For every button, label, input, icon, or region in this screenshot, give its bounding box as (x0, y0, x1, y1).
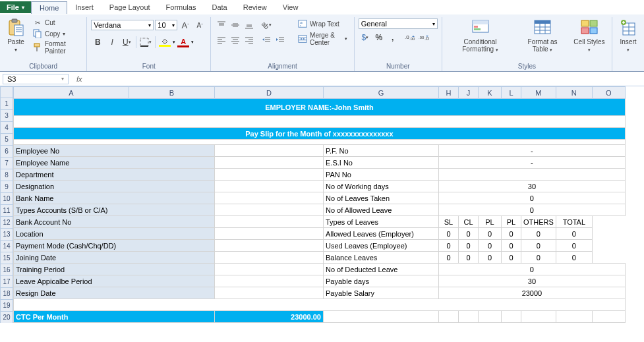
tab-view[interactable]: View (275, 1, 307, 13)
cell[interactable]: PAN No (324, 169, 439, 181)
cell[interactable]: Used Leaves (Employee) (324, 240, 439, 252)
cell[interactable]: No of Leaves Taken (324, 192, 439, 204)
row-header-9[interactable]: 9 (0, 181, 13, 193)
cell[interactable]: 0 (502, 252, 521, 264)
tab-insert[interactable]: Insert (67, 1, 102, 13)
column-headers[interactable]: ABDGHJKLMNO (14, 87, 626, 99)
cell[interactable] (502, 311, 521, 323)
cell[interactable]: 0 (439, 240, 459, 252)
cell[interactable] (324, 311, 439, 323)
wrap-text-button[interactable]: abcWrap Text (295, 18, 350, 29)
cell[interactable]: Joining Date (14, 252, 215, 264)
insert-cells-button[interactable]: Insert▾ (616, 17, 640, 54)
tab-file[interactable]: File▾ (0, 1, 31, 13)
cell[interactable]: 0 (556, 252, 592, 264)
format-painter-button[interactable]: Format Painter (30, 40, 82, 55)
cell[interactable]: Allowed Leaves (Employer) (324, 228, 439, 240)
col-header-H[interactable]: H (439, 87, 459, 99)
row-header-3[interactable]: 3 (0, 110, 13, 122)
cell[interactable]: Payable Salary (324, 287, 439, 299)
tab-home[interactable]: Home (31, 1, 67, 14)
col-header-D[interactable]: D (215, 87, 324, 99)
tab-data[interactable]: Data (204, 1, 235, 13)
cell[interactable]: 0 (479, 252, 502, 264)
cell[interactable] (215, 145, 324, 157)
cell[interactable]: Employee Name (14, 157, 215, 169)
cell[interactable] (521, 311, 556, 323)
row-header-16[interactable]: 16 (0, 264, 13, 276)
cell[interactable]: PL (479, 216, 502, 228)
cell[interactable]: CTC Per Month (14, 311, 215, 323)
row-headers[interactable]: 134567891011121314151617181920 (0, 98, 13, 323)
increase-decimal-button[interactable]: .0.00 (403, 31, 417, 44)
cell-styles-button[interactable]: Cell Styles ▾ (571, 17, 608, 54)
shrink-font-button[interactable]: Aˇ (193, 18, 206, 32)
cell[interactable] (556, 311, 592, 323)
merge-center-button[interactable]: Merge & Center ▾ (295, 31, 350, 47)
col-header-A[interactable]: A (14, 87, 129, 99)
cell[interactable]: 0 (502, 240, 521, 252)
row-header-13[interactable]: 13 (0, 229, 13, 241)
cell[interactable]: 0 (439, 228, 459, 240)
cell[interactable] (215, 228, 324, 240)
row-header-11[interactable]: 11 (0, 205, 13, 217)
cell[interactable] (14, 140, 626, 145)
row-header-12[interactable]: 12 (0, 217, 13, 229)
currency-button[interactable]: $▾ (359, 31, 372, 44)
fx-icon[interactable]: fx (74, 75, 85, 83)
cell[interactable]: 0 (439, 192, 626, 204)
cell[interactable] (215, 216, 324, 228)
cell[interactable]: 23000.00 (215, 311, 324, 323)
cell[interactable]: Payment Mode (Cash/Chq/DD) (14, 240, 215, 252)
cell[interactable] (439, 169, 626, 181)
copy-button[interactable]: Copy ▾ (30, 28, 82, 39)
align-right-button[interactable] (243, 34, 256, 47)
cell[interactable]: Designation (14, 181, 215, 192)
cut-button[interactable]: ✂Cut (30, 17, 82, 28)
cell[interactable]: EMPLOYER NAME:-John Smith (14, 99, 626, 116)
increase-indent-button[interactable] (274, 34, 287, 47)
col-header-B[interactable]: B (129, 87, 215, 99)
tab-review[interactable]: Review (235, 1, 275, 13)
cell[interactable]: No of Deducted Leave (324, 264, 439, 275)
underline-button[interactable]: U▾ (120, 36, 133, 49)
cell[interactable] (439, 311, 459, 323)
number-format-dropdown[interactable]: General▾ (359, 18, 438, 29)
cell[interactable] (459, 311, 479, 323)
cell[interactable] (215, 181, 324, 192)
align-left-button[interactable] (215, 34, 228, 47)
cell[interactable]: CL (459, 216, 479, 228)
row-header-10[interactable]: 10 (0, 193, 13, 205)
col-header-N[interactable]: N (556, 87, 592, 99)
percent-button[interactable]: % (372, 31, 386, 44)
cell[interactable] (215, 204, 324, 216)
cell[interactable]: Balance Leaves (324, 252, 439, 264)
cell[interactable]: E.S.I No (324, 157, 439, 169)
cell[interactable] (215, 169, 324, 181)
cell[interactable]: OTHERS (521, 216, 556, 228)
select-all-corner[interactable] (0, 86, 13, 98)
cell[interactable]: 0 (459, 252, 479, 264)
row-header-5[interactable]: 5 (0, 134, 13, 146)
row-header-18[interactable]: 18 (0, 288, 13, 300)
format-as-table-button[interactable]: Format as Table ▾ (517, 17, 568, 54)
row-header-8[interactable]: 8 (0, 169, 13, 181)
cell[interactable]: - (439, 145, 626, 157)
decrease-decimal-button[interactable]: .00.0 (417, 31, 430, 44)
cell[interactable]: 0 (502, 228, 521, 240)
cell[interactable] (215, 264, 324, 275)
cell[interactable] (215, 240, 324, 252)
cell[interactable]: 23000 (439, 287, 626, 299)
row-header-4[interactable]: 4 (0, 122, 13, 134)
col-header-O[interactable]: O (592, 87, 625, 99)
row-header-6[interactable]: 6 (0, 146, 13, 157)
col-header-G[interactable]: G (324, 87, 439, 99)
cell[interactable]: 0 (459, 240, 479, 252)
grow-font-button[interactable]: Aˆ (179, 18, 192, 32)
cell[interactable]: Types of Leaves (324, 216, 439, 228)
cell[interactable]: Department (14, 169, 215, 181)
cell[interactable]: Resign Date (14, 287, 215, 299)
col-header-K[interactable]: K (479, 87, 502, 99)
cell[interactable]: PL (502, 216, 521, 228)
cell[interactable]: Bank Account No (14, 216, 215, 228)
